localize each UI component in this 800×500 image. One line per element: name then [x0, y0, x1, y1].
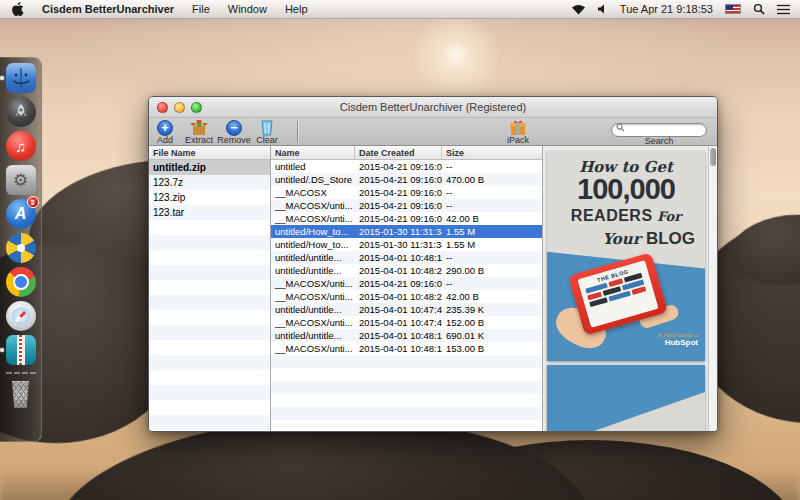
table-cell: 2015-04-21 09:16:08 — [355, 278, 442, 289]
column-header-date-created[interactable]: Date Created — [355, 146, 442, 159]
table-cell: 290.00 B — [442, 265, 542, 276]
table-cell: 153.00 B — [442, 343, 542, 354]
dock-betterunarchiver[interactable] — [6, 335, 36, 365]
remove-icon: − — [226, 120, 242, 136]
volume-icon[interactable] — [598, 4, 608, 14]
file-list-row[interactable]: 123.7z — [149, 175, 270, 190]
table-cell: -- — [442, 278, 542, 289]
ipack-button[interactable]: iPack — [495, 119, 541, 145]
table-row[interactable]: __MACOSX/unti...2015-04-01 10:47:44152.0… — [271, 316, 542, 329]
app-window: Cisdem BetterUnarchiver (Registered) + A… — [148, 96, 718, 432]
menu-app-name[interactable]: Cisdem BetterUnarchiver — [42, 3, 174, 15]
table-cell: -- — [442, 200, 542, 211]
publisher-credit: A Publication of HubSpot — [658, 333, 698, 347]
menubar-clock[interactable]: Tue Apr 21 9:18:53 — [620, 3, 713, 15]
dock-itunes[interactable]: ♫ — [6, 131, 36, 161]
table-row[interactable]: untitled/.DS_Store2015-04-21 09:16:04470… — [271, 173, 542, 186]
entries-body[interactable]: untitled2015-04-21 09:16:02--untitled/.D… — [271, 160, 542, 431]
table-row[interactable]: untitled/untitle...2015-04-01 10:47:4423… — [271, 303, 542, 316]
table-row[interactable]: untitled/untitle...2015-04-01 10:48:2229… — [271, 264, 542, 277]
table-row[interactable]: __MACOSX/unti...2015-04-01 10:48:2242.00… — [271, 290, 542, 303]
wifi-icon[interactable] — [571, 4, 586, 15]
table-cell: 1.55 M — [442, 226, 542, 237]
clear-button[interactable]: Clear — [244, 119, 290, 145]
file-list-row[interactable]: untitled.zip — [149, 160, 270, 175]
dock-app-store[interactable]: A 3 — [6, 199, 36, 229]
table-cell: untitled/untitle... — [271, 330, 355, 341]
column-header-name[interactable]: Name — [271, 146, 355, 159]
clear-icon — [244, 119, 290, 136]
table-row[interactable]: untitled/untitle...2015-04-01 10:48:1069… — [271, 329, 542, 342]
menu-file[interactable]: File — [192, 3, 210, 15]
window-title: Cisdem BetterUnarchiver (Registered) — [149, 101, 717, 113]
table-cell: 2015-04-21 09:16:02 — [355, 161, 442, 172]
dock-finder[interactable] — [6, 63, 36, 93]
table-row[interactable]: __MACOSX2015-04-21 09:16:08-- — [271, 186, 542, 199]
apple-menu-icon[interactable] — [12, 2, 24, 16]
preview-scrollbar-thumb[interactable] — [710, 148, 716, 166]
notification-center-icon[interactable] — [777, 4, 790, 15]
search-input[interactable] — [611, 123, 707, 137]
close-button[interactable] — [157, 102, 168, 113]
table-row[interactable]: __MACOSX/unti...2015-04-21 09:16:08-- — [271, 277, 542, 290]
preview-pane: How to Get 100,000 READERS For Your BLOG… — [543, 146, 717, 431]
desktop-shadow — [0, 468, 800, 500]
table-cell: untitled/.DS_Store — [271, 174, 355, 185]
dock-chrome[interactable] — [6, 267, 36, 297]
table-cell: -- — [442, 187, 542, 198]
table-cell: 2015-04-01 10:48:10 — [355, 330, 442, 341]
toolbar: + Add Extract − Remove Clear — [149, 118, 717, 146]
spotlight-icon[interactable] — [753, 3, 765, 15]
dock-pinwheel-app[interactable] — [6, 233, 36, 263]
table-row[interactable]: __MACOSX/unti...2015-04-01 10:48:10153.0… — [271, 342, 542, 355]
running-indicator — [0, 76, 4, 80]
table-cell: 235.39 K — [442, 304, 542, 315]
table-cell: 2015-01-30 11:31:34 — [355, 226, 442, 237]
table-row[interactable]: __MACOSX/unti...2015-04-21 09:16:0442.00… — [271, 212, 542, 225]
toolbar-separator — [297, 121, 298, 142]
menu-help[interactable]: Help — [285, 3, 308, 15]
dock-launchpad[interactable] — [6, 97, 36, 127]
preview-page-2[interactable]: Introduction — [547, 365, 705, 431]
running-indicator — [0, 348, 4, 352]
table-cell: 152.00 B — [442, 317, 542, 328]
cover-line2: 100,000 — [547, 173, 705, 206]
minimize-button[interactable] — [174, 102, 185, 113]
dock-safari[interactable] — [6, 301, 36, 331]
title-bar[interactable]: Cisdem BetterUnarchiver (Registered) — [149, 97, 717, 118]
app-store-badge: 3 — [27, 196, 39, 208]
launchpad-icon — [6, 97, 36, 127]
page2-gray-section — [547, 365, 705, 431]
table-cell: 2015-04-21 09:16:08 — [355, 187, 442, 198]
table-row[interactable]: untitled/How_to...2015-01-30 11:31:341.5… — [271, 238, 542, 251]
column-header-file-name[interactable]: File Name — [149, 146, 270, 160]
table-row[interactable]: untitled/How_to...2015-01-30 11:31:341.5… — [271, 225, 542, 238]
zoom-button[interactable] — [191, 102, 202, 113]
table-cell: 2015-01-30 11:31:34 — [355, 239, 442, 250]
column-header-size[interactable]: Size — [442, 146, 542, 159]
table-cell: __MACOSX — [271, 187, 355, 198]
table-cell: 690.01 K — [442, 330, 542, 341]
file-list-row[interactable]: 123.tar — [149, 205, 270, 220]
table-cell: 2015-04-01 10:48:16 — [355, 252, 442, 263]
ipack-icon — [495, 119, 541, 136]
menu-window[interactable]: Window — [228, 3, 267, 15]
table-cell: untitled/untitle... — [271, 252, 355, 263]
table-cell: 2015-04-01 10:47:44 — [355, 304, 442, 315]
chrome-icon — [6, 267, 36, 297]
preview-scrollbar[interactable] — [708, 146, 717, 431]
table-row[interactable]: __MACOSX/unti...2015-04-21 09:16:08-- — [271, 199, 542, 212]
table-row[interactable]: untitled2015-04-21 09:16:02-- — [271, 160, 542, 173]
table-cell: 2015-04-01 10:48:22 — [355, 291, 442, 302]
window-content: File Name untitled.zip123.7z123.zip123.t… — [149, 146, 717, 431]
table-row[interactable]: untitled/untitle...2015-04-01 10:48:16-- — [271, 251, 542, 264]
table-cell: -- — [442, 161, 542, 172]
table-cell: 42.00 B — [442, 213, 542, 224]
table-cell: __MACOSX/unti... — [271, 291, 355, 302]
preview-page-cover[interactable]: How to Get 100,000 READERS For Your BLOG… — [547, 151, 705, 361]
dock-system-preferences[interactable]: ⚙ — [6, 165, 36, 195]
input-language-flag-icon[interactable] — [725, 4, 741, 14]
file-list-row[interactable]: 123.zip — [149, 190, 270, 205]
file-list-body[interactable]: untitled.zip123.7z123.zip123.tar — [149, 160, 270, 431]
dock-trash[interactable] — [6, 381, 36, 411]
